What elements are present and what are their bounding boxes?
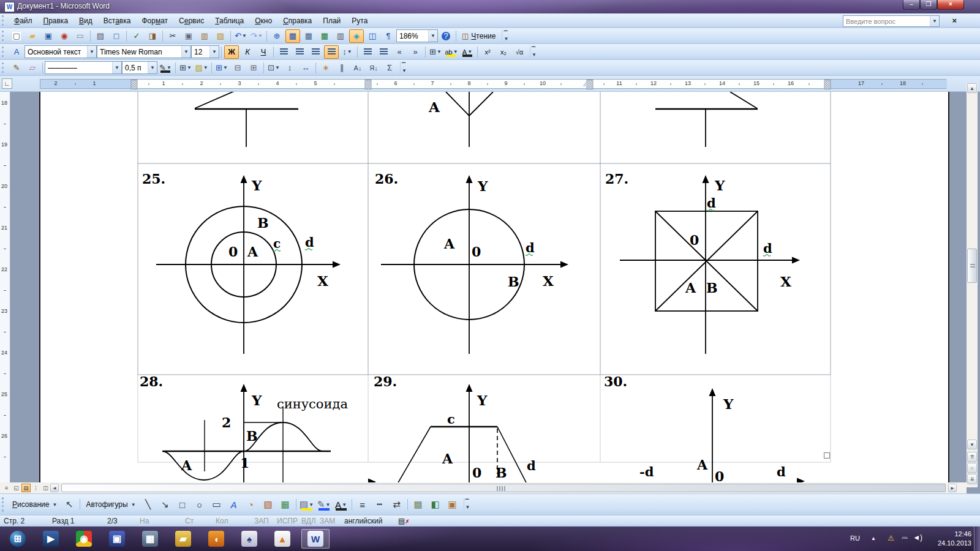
drawing-grid-icon[interactable]: ▣ [445, 497, 461, 512]
save-icon[interactable]: ▣ [41, 29, 56, 43]
zoom-combo[interactable]: 186%▼ [396, 29, 438, 42]
toolbar-grip[interactable] [2, 497, 7, 512]
redo-icon[interactable]: ↷▼ [249, 29, 264, 43]
chevron-down-icon[interactable]: ▼ [342, 502, 347, 508]
columns-icon[interactable]: ▥ [333, 29, 348, 43]
table-resize-handle[interactable] [824, 452, 830, 459]
subscript-button[interactable]: x₂ [496, 45, 511, 59]
taskbar-floppy-icon[interactable]: ▣ [103, 529, 131, 549]
chevron-down-icon[interactable]: ▼ [242, 33, 247, 39]
text-box-icon[interactable]: ▭ [209, 497, 225, 512]
eraser-icon[interactable]: ▱ [25, 61, 40, 75]
outside-border-icon[interactable]: ⊞▼ [178, 61, 193, 75]
print-preview-icon[interactable]: ◻ [109, 29, 124, 43]
browse-select-icon[interactable]: ○ [967, 463, 977, 473]
research-icon[interactable]: ◨ [145, 29, 160, 43]
show-paragraph-icon[interactable]: ¶ [381, 29, 396, 43]
menubar-close-icon[interactable]: × [952, 16, 957, 25]
draw-table-icon[interactable]: ✎ [9, 61, 24, 75]
menu-рута[interactable]: Рута [346, 15, 373, 27]
menu-файл[interactable]: Файл [9, 15, 38, 27]
wordart-icon[interactable]: А [226, 497, 242, 512]
copy-icon[interactable]: ▣ [181, 29, 196, 43]
horizontal-scrollbar[interactable]: ≡◱▤⋮◫ ◄ ► [0, 482, 967, 493]
sort-ascending-icon[interactable]: А↓ [350, 61, 365, 75]
line-style-combo[interactable]: ————▼ [45, 61, 122, 74]
table-column-marker[interactable] [365, 80, 372, 89]
scroll-left-icon[interactable]: ◄ [50, 484, 59, 492]
shading-color-icon[interactable]: ▨▼ [194, 61, 209, 75]
arrow-icon[interactable]: ↘ [157, 497, 173, 512]
taskbar-word-icon[interactable]: W [301, 529, 330, 549]
chevron-down-icon[interactable]: ▼ [347, 49, 352, 54]
new-document-icon[interactable]: ▢ [9, 29, 24, 43]
insert-table-icon[interactable]: ▦ [301, 29, 316, 43]
sort-descending-icon[interactable]: Я↓ [366, 61, 381, 75]
hscroll-thumb[interactable] [61, 484, 946, 492]
highlight-button[interactable]: ab▼ [444, 45, 459, 59]
distribute-columns-icon[interactable]: ↔ [298, 61, 313, 75]
table-autoformat-icon[interactable]: ∗ [318, 61, 333, 75]
line-spacing-button[interactable]: ↕▼ [340, 45, 355, 59]
select-objects-icon[interactable]: ↖ [61, 497, 77, 512]
taskbar-fish-game-icon[interactable]: ◖ [202, 529, 230, 549]
format-painter-icon[interactable]: ▨ [213, 29, 228, 43]
increase-indent-button[interactable]: » [408, 45, 423, 59]
font-color-button[interactable]: А▼ [460, 45, 475, 59]
taskbar-cards-game-icon[interactable]: ♠ [235, 529, 263, 549]
chevron-down-icon[interactable]: ▼ [223, 65, 228, 70]
menu-формат[interactable]: Формат [136, 15, 173, 27]
vscroll-thumb[interactable] [967, 249, 977, 283]
tables-borders-icon[interactable]: ▦ [285, 29, 300, 43]
indent-marker[interactable] [582, 79, 589, 86]
status-at[interactable]: На [140, 517, 149, 525]
chevron-down-icon[interactable]: ▼ [181, 46, 190, 58]
chevron-down-icon[interactable]: ▼ [309, 502, 314, 508]
print-icon[interactable]: ▤ [93, 29, 108, 43]
spelling-status-icon[interactable]: ▤✗ [398, 517, 410, 525]
read-button[interactable]: ◫Чтение [458, 30, 499, 42]
toolbar-grip[interactable] [2, 62, 7, 73]
chevron-down-icon[interactable]: ▼ [428, 30, 437, 42]
taskbar-explorer-icon[interactable]: ▰ [169, 529, 197, 549]
hyperlink-icon[interactable]: ⊕ [270, 29, 284, 43]
equation-button[interactable]: √α [512, 45, 527, 59]
chevron-down-icon[interactable]: ▼ [148, 62, 157, 73]
document-page[interactable] [39, 92, 949, 482]
numbered-list-button[interactable] [360, 45, 375, 59]
help-icon[interactable]: ? [439, 29, 453, 43]
status-track-changes-toggle[interactable]: ИСПР [277, 517, 298, 525]
three-d-style-icon[interactable]: ◧ [428, 497, 443, 512]
close-button[interactable]: × [937, 0, 964, 10]
scroll-right-icon[interactable]: ► [948, 484, 957, 492]
status-line[interactable]: Ст [185, 517, 194, 525]
toolbar-options-chevron[interactable]: ▔▼ [530, 46, 538, 58]
minimize-button[interactable]: – [903, 0, 920, 10]
align-center-button[interactable] [292, 45, 307, 59]
normal-view-button[interactable]: ≡ [2, 484, 11, 492]
undo-icon[interactable]: ↶▼ [233, 29, 248, 43]
cut-icon[interactable]: ✂ [165, 29, 180, 43]
draw-font-color-icon[interactable]: А▼ [333, 497, 349, 512]
bold-button[interactable]: Ж [224, 45, 239, 59]
menu-вид[interactable]: Вид [74, 15, 98, 27]
insert-table-icon[interactable]: ⊞▼ [214, 61, 229, 75]
print-layout-view-button[interactable]: ▤ [21, 484, 31, 492]
fill-color-icon[interactable]: ▨▼ [299, 497, 315, 512]
status-extend-toggle[interactable]: ВДЛ [301, 517, 316, 525]
status-record-toggle[interactable]: ЗАП [254, 517, 269, 525]
line-color-icon[interactable]: ✎▼ [316, 497, 332, 512]
oval-icon[interactable]: ○ [192, 497, 208, 512]
toolbar-options-chevron[interactable]: ▔▼ [502, 30, 510, 42]
chevron-down-icon[interactable]: ▼ [209, 46, 219, 58]
chevron-down-icon[interactable]: ▼ [325, 502, 330, 508]
permission-icon[interactable]: ◉ [57, 29, 72, 43]
merge-cells-icon[interactable]: ⊟ [230, 61, 245, 75]
paste-icon[interactable]: ▥ [197, 29, 212, 43]
justify-button[interactable] [324, 45, 339, 59]
bullet-list-button[interactable] [376, 45, 391, 59]
question-input[interactable]: Введите вопрос▼ [843, 15, 940, 27]
drawing-icon[interactable]: ◈ [349, 29, 364, 43]
restore-button[interactable]: ❐ [920, 0, 937, 10]
vertical-scrollbar[interactable]: ▲ ▼ ⇈ ○ ⇊ [967, 83, 978, 487]
